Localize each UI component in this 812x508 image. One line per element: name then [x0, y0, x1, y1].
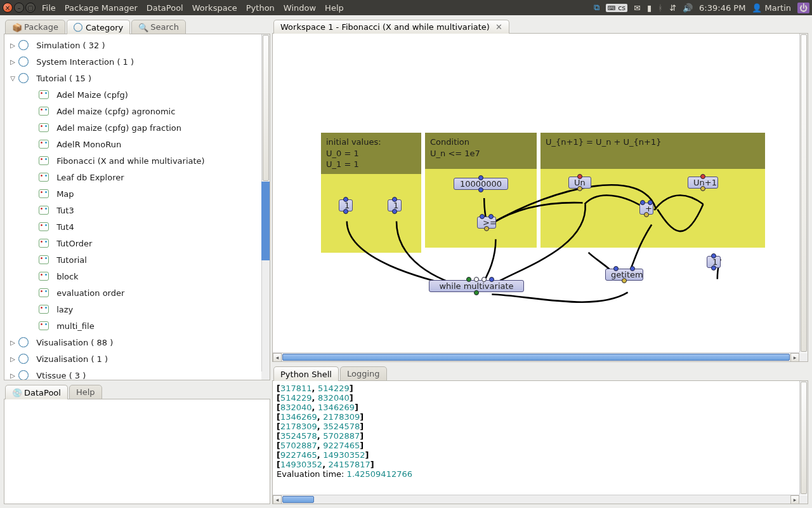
tree-item-workflow[interactable]: Map — [4, 185, 261, 202]
annotation-text: U_{n+1} = U_n + U_{n+1} — [540, 133, 765, 169]
tree-item-workflow[interactable]: Adel Maize (cpfg) — [4, 86, 261, 103]
system-tray: ⧉ ⌨ cs ✉ ▮ ᚼ ⇵ 🔊 6:39:46 PM 👤 Martin ⏻ — [594, 3, 809, 13]
keyboard-indicator[interactable]: ⌨ cs — [606, 4, 627, 12]
tree-item-workflow[interactable]: Tut3 — [4, 202, 261, 218]
node-ge[interactable]: >= — [477, 217, 496, 229]
close-tab-icon[interactable]: ✕ — [495, 22, 502, 32]
user-menu[interactable]: 👤 Martin — [752, 3, 791, 13]
atom-icon — [18, 57, 29, 67]
canvas-hscroll[interactable]: ◂ ▸ — [273, 352, 799, 361]
browser-panel: 📦Package Category 🔍Search ▷ Simulation (… — [4, 19, 270, 380]
workflow-icon — [39, 107, 49, 116]
minimize-window-button[interactable]: – — [14, 3, 24, 13]
tree-item-workflow[interactable]: lazy — [4, 301, 261, 318]
node-const-1c[interactable]: 1 — [707, 256, 721, 268]
app-menu: File Package Manager DataPool Workspace … — [42, 3, 344, 13]
tree-item-workflow[interactable]: Leaf db Explorer — [4, 169, 261, 185]
annotation-recurrence[interactable]: U_{n+1} = U_n + U_{n+1} — [540, 133, 765, 248]
tree-item-workflow[interactable]: Adel maize (cpfg) gap fraction — [4, 119, 261, 136]
node-while-multivariate[interactable]: while multivariate — [429, 280, 524, 292]
workflow-canvas[interactable]: initial values: U_0 = 1 U_1 = 1 Conditio… — [272, 33, 808, 362]
shutdown-icon[interactable]: ⏻ — [797, 3, 809, 13]
tab-python-shell[interactable]: Python Shell — [273, 366, 339, 381]
tab-package[interactable]: 📦Package — [5, 20, 65, 34]
node-un[interactable]: Un — [568, 177, 591, 189]
tree-item-workflow[interactable]: Adel maize (cpfg) agronomic — [4, 103, 261, 119]
tab-datapool[interactable]: 💿DataPool — [5, 385, 68, 399]
tab-category[interactable]: Category — [67, 20, 130, 34]
menu-workspace[interactable]: Workspace — [192, 3, 237, 13]
canvas-vscroll[interactable] — [799, 34, 808, 352]
node-plus[interactable]: + — [639, 203, 653, 215]
node-const-10000000[interactable]: 10000000 — [454, 178, 508, 190]
tree-item-system-interaction[interactable]: ▷ System Interaction ( 1 ) — [4, 53, 261, 70]
datapool-body — [4, 399, 270, 504]
tree-item-workflow[interactable]: AdelR MonoRun — [4, 136, 261, 152]
right-column: Workspace 1 - Fibonacci (X and while mul… — [270, 15, 812, 508]
menu-datapool[interactable]: DataPool — [147, 3, 183, 13]
menu-file[interactable]: File — [42, 3, 56, 13]
menu-help[interactable]: Help — [325, 3, 344, 13]
bluetooth-icon[interactable]: ᚼ — [658, 3, 663, 13]
workflow-icon — [39, 189, 49, 198]
tab-help[interactable]: Help — [69, 385, 102, 399]
workflow-icon — [39, 239, 49, 248]
tree-item-vtissue[interactable]: ▷ Vtissue ( 3 ) — [4, 367, 261, 380]
workflow-icon — [39, 123, 49, 132]
node-const-1a[interactable]: 1 — [339, 199, 353, 211]
python-shell-output[interactable]: [317811, 514229][514229, 832040][832040,… — [272, 380, 808, 504]
node-const-1b[interactable]: 1 — [388, 199, 402, 211]
mail-icon[interactable]: ✉ — [634, 3, 641, 13]
maximize-window-button[interactable]: ▢ — [25, 3, 36, 13]
workspace-tab[interactable]: Workspace 1 - Fibonacci (X and while mul… — [273, 20, 509, 34]
wifi-icon[interactable]: ⇵ — [669, 3, 676, 13]
shell-panel: Python Shell Logging [317811, 514229][51… — [272, 366, 808, 504]
shell-hscroll[interactable]: ◂ ▸ — [273, 495, 799, 504]
tree-item-workflow[interactable]: multi_file — [4, 318, 261, 334]
node-getitem[interactable]: getitem — [605, 269, 643, 281]
tree-item-simulation[interactable]: ▷ Simulation ( 32 ) — [4, 37, 261, 53]
atom-icon — [74, 23, 82, 32]
search-icon: 🔍 — [138, 23, 147, 32]
close-window-button[interactable]: × — [3, 3, 13, 13]
clock[interactable]: 6:39:46 PM — [699, 3, 745, 13]
workflow-icon — [39, 288, 49, 297]
app-window: 📦Package Category 🔍Search ▷ Simulation (… — [0, 15, 812, 508]
workflow-icon — [39, 321, 49, 330]
workflow-icon — [39, 206, 49, 215]
tree-item-visualisation[interactable]: ▷ Visualisation ( 88 ) — [4, 334, 261, 351]
atom-icon — [18, 73, 29, 83]
shell-vscroll[interactable] — [799, 381, 808, 495]
annotation-text: Condition U_n <= 1e7 — [425, 133, 537, 169]
dropbox-icon[interactable]: ⧉ — [594, 3, 599, 13]
atom-icon — [18, 337, 29, 347]
node-un1[interactable]: Un+1 — [688, 177, 718, 189]
tree-item-workflow[interactable]: Tutorial — [4, 251, 261, 268]
tree-item-workflow[interactable]: block — [4, 268, 261, 284]
menu-python[interactable]: Python — [246, 3, 275, 13]
menu-window[interactable]: Window — [284, 3, 316, 13]
box-icon: 📦 — [12, 23, 21, 32]
tree-item-tutorial[interactable]: ▽ Tutorial ( 15 ) — [4, 70, 261, 86]
workflow-icon — [39, 173, 49, 182]
workflow-icon — [39, 305, 49, 314]
category-tree: ▷ Simulation ( 32 ) ▷ System Interaction… — [4, 34, 270, 380]
annotation-initial[interactable]: initial values: U_0 = 1 U_1 = 1 — [321, 133, 421, 253]
tree-item-workflow[interactable]: evaluation order — [4, 284, 261, 301]
volume-icon[interactable]: 🔊 — [683, 3, 693, 13]
tree-item-workflow[interactable]: TutOrder — [4, 235, 261, 251]
tree-item-workflow[interactable]: Tut4 — [4, 218, 261, 235]
workflow-icon — [39, 156, 49, 165]
top-menu-bar: × – ▢ File Package Manager DataPool Work… — [0, 0, 812, 15]
annotation-text: initial values: U_0 = 1 U_1 = 1 — [321, 133, 421, 174]
workflow-icon — [39, 272, 49, 281]
workflow-icon — [39, 140, 49, 149]
window-buttons: × – ▢ — [3, 3, 36, 13]
tree-item-vizualisation[interactable]: ▷ Vizualisation ( 1 ) — [4, 351, 261, 367]
atom-icon — [18, 40, 29, 50]
menu-package-manager[interactable]: Package Manager — [65, 3, 138, 13]
tree-item-workflow[interactable]: Fibonacci (X and while multivariate) — [4, 152, 261, 169]
battery-icon[interactable]: ▮ — [647, 3, 652, 13]
tab-logging[interactable]: Logging — [340, 366, 387, 381]
tab-search[interactable]: 🔍Search — [131, 20, 186, 34]
